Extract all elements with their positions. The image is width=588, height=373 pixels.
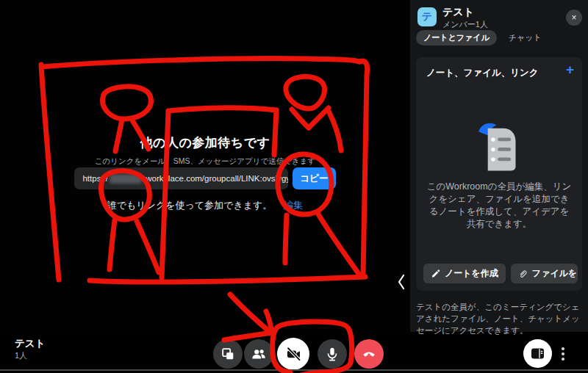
room-avatar: テ	[417, 7, 437, 26]
notes-files-card: ノート、ファイル、リンク + このWorkroomの全員が編集、リンクをシェア、…	[416, 57, 582, 291]
waiting-title: 他の人の参加待ちです	[0, 134, 410, 151]
participants-button[interactable]	[244, 339, 273, 369]
create-note-button[interactable]: ノートを作成	[423, 264, 506, 283]
redacted-domain	[110, 174, 142, 184]
close-sidebar-button[interactable]: ×	[566, 10, 582, 26]
sidebar-member-count: メンバー1人	[442, 19, 488, 30]
upload-file-label: ファイルをアップロー	[532, 267, 578, 280]
people-icon	[251, 347, 267, 361]
dot	[562, 352, 564, 355]
chevron-left-icon	[397, 274, 406, 290]
link-domain: .workplace.com/groupcall/LINK:ovslygyuw	[143, 174, 288, 183]
more-options-button[interactable]	[558, 344, 568, 364]
call-link-field[interactable]: https:// .workplace.com/groupcall/LINK:o…	[74, 167, 288, 189]
camera-off-button[interactable]	[277, 338, 309, 370]
camera-off-icon	[284, 344, 303, 363]
join-info-row: 誰でもリンクを使って参加できます。 編集	[0, 199, 410, 212]
join-text: 誰でもリンクを使って参加できます。	[107, 199, 273, 212]
collapse-sidebar-chevron[interactable]	[394, 272, 409, 292]
microphone-icon	[325, 346, 340, 362]
link-prefix: https://	[82, 174, 108, 183]
paperclip-icon	[518, 269, 528, 278]
dot	[562, 347, 564, 350]
workplace-call-window: 他の人の参加待ちです このリンクをメール、SMS、メッセージアプリで送信できます…	[0, 0, 588, 373]
microphone-button[interactable]	[318, 339, 347, 369]
create-note-label: ノートを作成	[445, 267, 498, 280]
screen-share-button[interactable]	[213, 339, 243, 369]
sidebar-room-title: テスト	[442, 6, 474, 19]
note-document-icon	[473, 120, 526, 173]
room-name: テスト	[15, 337, 45, 350]
edit-link[interactable]: 編集	[284, 199, 303, 212]
sidebar-tabs: ノートとファイル チャット	[416, 30, 542, 46]
phone-down-icon	[361, 346, 377, 362]
window-bottom-edge	[0, 369, 588, 371]
card-description: このWorkroomの全員が編集、リンクをシェア、ファイルを追加できるノートを作…	[425, 181, 573, 231]
toggle-sidebar-button[interactable]	[523, 339, 552, 368]
waiting-subtitle: このリンクをメール、SMS、メッセージアプリで送信できます	[0, 156, 410, 167]
copy-link-button[interactable]: コピー	[293, 167, 335, 189]
tab-notes-and-files[interactable]: ノートとファイル	[416, 30, 497, 46]
upload-file-button[interactable]: ファイルをアップロー	[511, 264, 578, 283]
participant-count: 1人	[15, 350, 27, 361]
dot	[562, 358, 564, 361]
video-stage: 他の人の参加待ちです このリンクをメール、SMS、メッセージアプリで送信できます…	[0, 0, 410, 334]
sidebar-footer-text: テストの全員が、このミーティングでシェアされたファイル、ノート、チャットメッセー…	[416, 301, 585, 336]
pencil-icon	[431, 269, 440, 278]
overlapping-squares-icon	[220, 347, 235, 361]
card-actions: ノートを作成 ファイルをアップロー	[423, 264, 578, 283]
add-note-file-button[interactable]: +	[566, 62, 574, 78]
card-section-title: ノート、ファイル、リンク	[426, 67, 539, 79]
notes-sidebar: テ テスト メンバー1人 × ノートとファイル チャット ノート、ファイル、リン…	[410, 0, 588, 332]
end-call-button[interactable]	[354, 339, 384, 369]
tab-chat[interactable]: チャット	[509, 30, 542, 46]
close-icon: ×	[571, 12, 576, 23]
side-panel-icon	[531, 347, 545, 360]
share-link-row: https:// .workplace.com/groupcall/LINK:o…	[0, 167, 410, 189]
